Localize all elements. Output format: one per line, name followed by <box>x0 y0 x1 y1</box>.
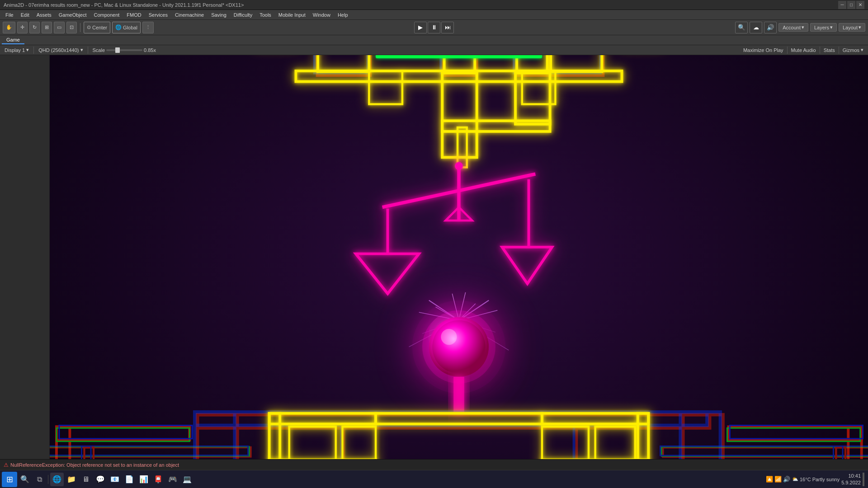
taskbar-app-5[interactable]: 📧 <box>108 473 122 486</box>
gizmos-label: Gizmos <box>843 47 859 53</box>
menu-mobile-input[interactable]: Mobile Input <box>275 11 309 19</box>
stats-label: Stats <box>824 47 835 53</box>
play-button[interactable]: ▶ <box>414 22 427 33</box>
layout-label: Layout <box>843 25 858 30</box>
close-button[interactable]: ✕ <box>856 1 864 9</box>
menu-gameobject[interactable]: GameObject <box>55 11 90 19</box>
game-scene-svg <box>50 55 868 459</box>
maximize-label: Maximize On Play <box>743 47 783 53</box>
svg-point-65 <box>432 320 486 374</box>
rotate-tool-button[interactable]: ↻ <box>29 22 40 33</box>
tray-volume-icon[interactable]: 🔊 <box>783 476 790 483</box>
menu-fmod[interactable]: FMOD <box>123 11 145 19</box>
taskbar-app-2[interactable]: 📁 <box>65 473 78 486</box>
display-selector[interactable]: Display 1 ▾ <box>3 47 31 53</box>
tray-network-icon[interactable]: 📶 <box>774 476 782 483</box>
menu-edit[interactable]: Edit <box>17 11 33 19</box>
taskbar-app-8[interactable]: 📮 <box>151 473 165 486</box>
taskbar-app-3[interactable]: 🖥 <box>79 473 93 486</box>
search-button[interactable]: 🔍 <box>735 22 748 33</box>
coord-button[interactable]: 🌐 Global <box>112 22 141 33</box>
extras-button[interactable]: ⋮ <box>142 22 154 33</box>
gizmos-button[interactable]: Gizmos ▾ <box>841 47 865 53</box>
show-desktop-button[interactable] <box>863 473 864 486</box>
resolution-chevron-icon: ▾ <box>80 47 83 53</box>
taskbar-app-7[interactable]: 📊 <box>137 473 151 486</box>
menu-saving[interactable]: Saving <box>208 11 230 19</box>
hand-tool-button[interactable]: ✋ <box>3 22 15 33</box>
rect-tool-button[interactable]: ▭ <box>54 22 65 33</box>
taskbar-app-6[interactable]: 📄 <box>123 473 136 486</box>
svg-point-66 <box>441 329 457 345</box>
menu-assets[interactable]: Assets <box>33 11 55 19</box>
stats-button[interactable]: Stats <box>822 47 837 53</box>
scale-value: 0.85x <box>144 47 156 53</box>
weather-text: 16°C Partly sunny <box>800 477 840 482</box>
scale-thumb[interactable] <box>115 47 120 53</box>
menu-difficulty[interactable]: Difficulty <box>230 11 256 19</box>
account-label: Account <box>783 25 801 30</box>
layout-button[interactable]: Layout ▾ <box>839 23 865 32</box>
sep6 <box>839 47 839 54</box>
pause-button[interactable]: ⏸ <box>428 22 440 33</box>
display-chevron-icon: ▾ <box>26 47 29 53</box>
menu-window[interactable]: Window <box>309 11 334 19</box>
layers-button[interactable]: Layers ▾ <box>810 23 837 32</box>
game-toolbar: Display 1 ▾ QHD (2560x1440) ▾ Scale 0.85… <box>0 45 868 55</box>
toolbar: ✋ ✛ ↻ ⊞ ▭ ⊡ ⊙ Center 🌐 Global ⋮ ▶ ⏸ ⏭ 🔍 … <box>0 20 868 35</box>
coord-label: Global <box>123 25 137 30</box>
collab-button[interactable]: ☁ <box>750 22 762 33</box>
menu-file[interactable]: File <box>2 11 17 19</box>
taskbar-app-9[interactable]: 🎮 <box>166 473 179 486</box>
game-viewport[interactable] <box>50 55 868 459</box>
scale-control: Scale 0.85x <box>91 47 158 53</box>
layers-label: Layers <box>814 25 829 30</box>
maximize-on-play-button[interactable]: Maximize On Play <box>741 47 785 53</box>
tray-icon-1[interactable]: 🔼 <box>766 476 773 483</box>
left-panel <box>0 55 50 459</box>
account-button[interactable]: Account ▾ <box>778 23 808 32</box>
speaker-button[interactable]: 🔊 <box>764 22 777 33</box>
svg-rect-38 <box>376 55 542 58</box>
title-bar: Anima2D - 07erimha results room_new - PC… <box>0 0 868 10</box>
bottom-bar: ⚠ NullReferenceException: Object referen… <box>0 459 868 470</box>
menu-bar: File Edit Assets GameObject Component FM… <box>0 10 868 20</box>
menu-help[interactable]: Help <box>334 11 352 19</box>
scale-tool-button[interactable]: ⊞ <box>42 22 52 33</box>
sep3 <box>88 47 88 54</box>
clock-display[interactable]: 10:41 5.9.2022 <box>841 473 861 486</box>
sys-tray: 🔼 📶 🔊 ⛅ 16°C Partly sunny 10:41 5.9.2022 <box>766 473 866 486</box>
menu-cinemachine[interactable]: Cinemachine <box>171 11 208 19</box>
task-view-button[interactable]: ⧉ <box>33 473 46 486</box>
scale-track[interactable] <box>106 49 142 51</box>
pivot-button[interactable]: ⊙ Center <box>84 22 110 33</box>
right-toolbar: 🔍 ☁ 🔊 Account ▾ Layers ▾ Layout ▾ <box>735 22 865 33</box>
game-tab[interactable]: Game <box>2 36 24 44</box>
taskbar-app-1[interactable]: 🌐 <box>50 473 64 486</box>
menu-tools[interactable]: Tools <box>256 11 275 19</box>
resolution-selector[interactable]: QHD (2560x1440) ▾ <box>37 47 85 53</box>
title-controls: ─ □ ✕ <box>838 1 864 9</box>
minimize-button[interactable]: ─ <box>838 1 846 9</box>
mute-audio-button[interactable]: Mute Audio <box>789 47 818 53</box>
taskbar-app-10[interactable]: 💻 <box>180 473 194 486</box>
svg-point-41 <box>455 162 463 170</box>
sep1 <box>80 23 80 32</box>
sep5 <box>820 47 820 54</box>
tray-icons: 🔼 📶 🔊 <box>766 476 790 483</box>
transform-tool-button[interactable]: ⊡ <box>66 22 77 33</box>
move-tool-button[interactable]: ✛ <box>17 22 28 33</box>
menu-component[interactable]: Component <box>90 11 123 19</box>
sep2 <box>33 47 34 54</box>
coord-icon: 🌐 <box>115 24 122 30</box>
menu-services[interactable]: Services <box>145 11 171 19</box>
start-button[interactable]: ⊞ <box>2 472 17 487</box>
game-canvas <box>50 55 868 459</box>
weather-display: ⛅ 16°C Partly sunny <box>792 476 840 482</box>
taskbar-app-4[interactable]: 💬 <box>94 473 107 486</box>
mute-label: Mute Audio <box>791 47 816 53</box>
maximize-button[interactable]: □ <box>847 1 855 9</box>
search-taskbar-button[interactable]: 🔍 <box>18 473 32 486</box>
pivot-label: Center <box>92 25 107 30</box>
step-button[interactable]: ⏭ <box>441 22 454 33</box>
